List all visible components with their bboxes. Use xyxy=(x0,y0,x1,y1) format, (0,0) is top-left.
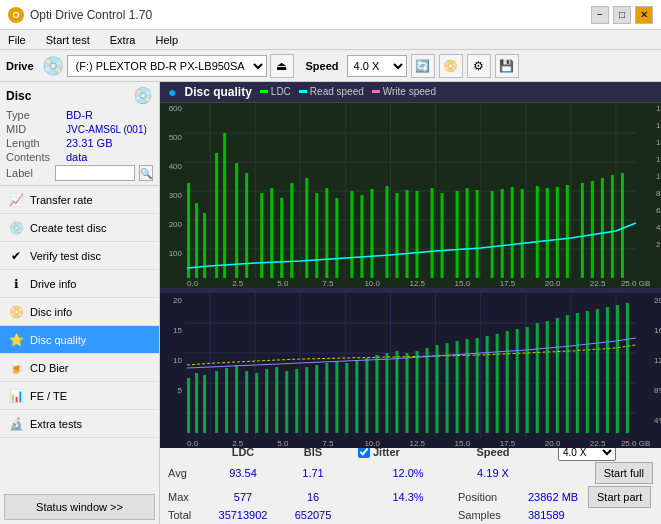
svg-text:500: 500 xyxy=(169,133,183,142)
svg-rect-26 xyxy=(290,183,293,278)
svg-rect-126 xyxy=(476,338,479,433)
nav-verify-test-disc[interactable]: ✔ Verify test disc xyxy=(0,242,159,270)
svg-text:0.0: 0.0 xyxy=(187,439,199,448)
svg-rect-118 xyxy=(395,351,398,433)
eject-button[interactable]: ⏏ xyxy=(270,54,294,78)
left-panel: Disc 💿 Type BD-R MID JVC-AMS6L (001) Len… xyxy=(0,82,160,524)
svg-text:2.5: 2.5 xyxy=(232,439,244,448)
svg-text:300: 300 xyxy=(169,191,183,200)
disc-header: Disc 💿 xyxy=(6,86,153,105)
nav-extra-tests[interactable]: 🔬 Extra tests xyxy=(0,410,159,438)
chart-header: ● Disc quality LDC Read speed Write spee… xyxy=(160,82,661,103)
svg-text:2.5: 2.5 xyxy=(232,279,244,288)
menu-start-test[interactable]: Start test xyxy=(42,34,94,46)
app-icon: O xyxy=(8,7,24,23)
svg-rect-136 xyxy=(576,313,579,433)
disc-section-icon: 💿 xyxy=(133,86,153,105)
menu-file[interactable]: File xyxy=(4,34,30,46)
svg-rect-125 xyxy=(466,339,469,433)
svg-rect-39 xyxy=(441,193,444,278)
disc-section: Disc 💿 Type BD-R MID JVC-AMS6L (001) Len… xyxy=(0,82,159,186)
nav-create-test-disc-label: Create test disc xyxy=(30,222,106,234)
svg-rect-135 xyxy=(566,315,569,433)
svg-rect-31 xyxy=(350,191,353,278)
svg-rect-131 xyxy=(526,327,529,433)
disc-button[interactable]: 📀 xyxy=(439,54,463,78)
cd-bier-icon: 🍺 xyxy=(8,360,24,376)
svg-rect-33 xyxy=(370,189,373,278)
svg-rect-53 xyxy=(601,178,604,278)
extra-tests-icon: 🔬 xyxy=(8,416,24,432)
drive-label: Drive xyxy=(6,60,34,72)
title-bar-left: O Opti Drive Control 1.70 xyxy=(8,7,152,23)
svg-rect-122 xyxy=(436,345,439,433)
mid-value: JVC-AMS6L (001) xyxy=(66,124,147,135)
label-input[interactable] xyxy=(55,165,135,181)
nav-disc-info[interactable]: 📀 Disc info xyxy=(0,298,159,326)
nav-drive-info-label: Drive info xyxy=(30,278,76,290)
nav-transfer-rate[interactable]: 📈 Transfer rate xyxy=(0,186,159,214)
nav-cd-bier[interactable]: 🍺 CD Bier xyxy=(0,354,159,382)
mid-label: MID xyxy=(6,123,66,135)
nav-drive-info[interactable]: ℹ Drive info xyxy=(0,270,159,298)
svg-rect-20 xyxy=(223,133,226,278)
nav-disc-quality[interactable]: ⭐ Disc quality xyxy=(0,326,159,354)
menu-help[interactable]: Help xyxy=(151,34,182,46)
svg-text:10.0: 10.0 xyxy=(364,279,380,288)
svg-text:25.0 GB: 25.0 GB xyxy=(621,279,650,288)
drive-info-icon: ℹ xyxy=(8,276,24,292)
status-window-button[interactable]: Status window >> xyxy=(4,494,155,520)
nav-cd-bier-label: CD Bier xyxy=(30,362,69,374)
menu-extra[interactable]: Extra xyxy=(106,34,140,46)
svg-rect-43 xyxy=(491,191,494,278)
svg-rect-138 xyxy=(596,309,599,433)
refresh-button[interactable]: 🔄 xyxy=(411,54,435,78)
svg-rect-55 xyxy=(621,173,624,278)
settings-button[interactable]: ⚙ xyxy=(467,54,491,78)
lower-chart-svg: 20 15 10 5 20% 16% 12% 8% 4% 0.0 2.5 5.0… xyxy=(160,293,661,448)
svg-rect-105 xyxy=(265,369,268,433)
nav-create-test-disc[interactable]: 💿 Create test disc xyxy=(0,214,159,242)
nav-disc-info-label: Disc info xyxy=(30,306,72,318)
max-row: Max 577 16 14.3% Position 23862 MB Start… xyxy=(168,486,653,508)
svg-rect-132 xyxy=(536,323,539,433)
svg-text:200: 200 xyxy=(169,220,183,229)
svg-rect-120 xyxy=(416,351,419,433)
start-full-button[interactable]: Start full xyxy=(595,462,653,484)
svg-text:20.0: 20.0 xyxy=(545,439,561,448)
nav-fe-te[interactable]: 📊 FE / TE xyxy=(0,382,159,410)
svg-rect-51 xyxy=(581,183,584,278)
max-ldc: 577 xyxy=(208,491,278,503)
svg-rect-110 xyxy=(315,365,318,433)
close-button[interactable]: ✕ xyxy=(635,6,653,24)
drive-select[interactable]: (F:) PLEXTOR BD-R PX-LB950SA 1.06 xyxy=(67,55,267,77)
svg-text:22.5: 22.5 xyxy=(590,439,606,448)
svg-rect-42 xyxy=(476,190,479,278)
svg-rect-49 xyxy=(556,187,559,278)
svg-rect-25 xyxy=(280,198,283,278)
maximize-button[interactable]: □ xyxy=(613,6,631,24)
svg-rect-104 xyxy=(255,373,258,433)
create-test-disc-icon: 💿 xyxy=(8,220,24,236)
save-button[interactable]: 💾 xyxy=(495,54,519,78)
start-part-button[interactable]: Start part xyxy=(588,486,651,508)
total-ldc: 35713902 xyxy=(208,509,278,521)
length-value: 23.31 GB xyxy=(66,137,112,149)
write-legend: Write speed xyxy=(372,86,436,97)
svg-rect-129 xyxy=(506,331,509,433)
contents-label: Contents xyxy=(6,151,66,163)
upper-chart-svg: 600 500 400 300 200 100 18x 16x 14x 12x … xyxy=(160,103,661,288)
minimize-button[interactable]: − xyxy=(591,6,609,24)
svg-rect-114 xyxy=(355,361,358,433)
speed-select[interactable]: 4.0 X xyxy=(347,55,407,77)
svg-rect-38 xyxy=(431,188,434,278)
svg-rect-119 xyxy=(405,353,408,433)
svg-rect-54 xyxy=(611,175,614,278)
svg-rect-100 xyxy=(215,371,218,433)
svg-text:7.5: 7.5 xyxy=(322,439,334,448)
svg-text:600: 600 xyxy=(169,104,183,113)
main-layout: Disc 💿 Type BD-R MID JVC-AMS6L (001) Len… xyxy=(0,82,661,524)
fe-te-icon: 📊 xyxy=(8,388,24,404)
svg-rect-98 xyxy=(195,373,198,433)
label-button[interactable]: 🔍 xyxy=(139,165,153,181)
